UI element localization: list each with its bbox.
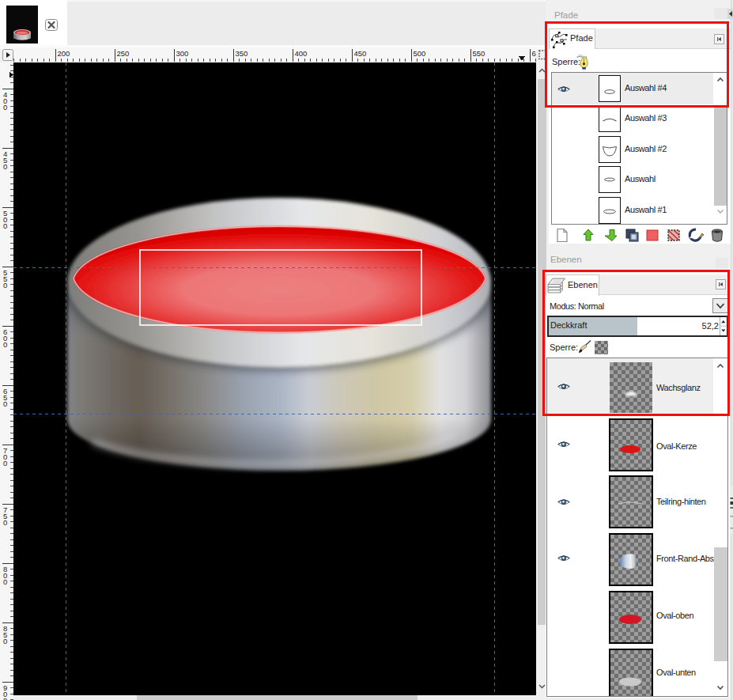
svg-text:0: 0 (3, 637, 7, 645)
svg-text:450: 450 (354, 49, 367, 58)
svg-text:0: 0 (3, 103, 7, 112)
svg-text:0: 0 (3, 696, 7, 700)
svg-text:350: 350 (236, 49, 248, 58)
svg-text:0: 0 (3, 281, 7, 289)
svg-text:400: 400 (295, 49, 308, 58)
svg-text:0: 0 (3, 399, 7, 408)
svg-text:600: 600 (532, 49, 537, 58)
svg-text:300: 300 (176, 49, 189, 58)
svg-text:0: 0 (3, 459, 7, 467)
svg-text:250: 250 (117, 49, 130, 58)
svg-text:0: 0 (3, 340, 7, 349)
svg-text:0: 0 (3, 221, 7, 230)
svg-text:550: 550 (473, 49, 486, 58)
svg-text:500: 500 (414, 49, 426, 58)
svg-text:0: 0 (3, 577, 7, 586)
svg-text:0: 0 (3, 518, 7, 527)
svg-text:0: 0 (3, 162, 7, 171)
svg-text:200: 200 (58, 49, 70, 58)
